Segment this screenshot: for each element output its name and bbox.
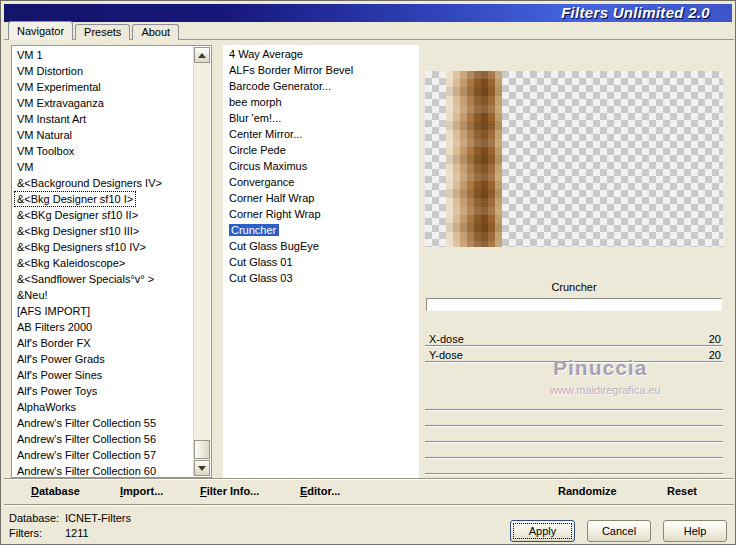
filter-item[interactable]: Cut Glass 03	[223, 270, 419, 286]
scrollbar-thumb[interactable]	[194, 440, 210, 459]
progress-bar	[426, 298, 722, 311]
selected-filter-name: Cruncher	[425, 281, 723, 293]
slider-groove	[425, 345, 723, 347]
randomize-button[interactable]: Randomize	[558, 485, 617, 497]
category-list[interactable]: VM 1VM DistortionVM ExperimentalVM Extra…	[11, 45, 212, 478]
filter-info-button[interactable]: Filter Info...	[200, 485, 259, 497]
preview-area	[425, 71, 723, 247]
titlebar: Filters Unlimited 2.0	[4, 4, 732, 22]
category-item[interactable]: &<Bkg Designer sf10 III>	[14, 223, 142, 239]
slider-groove	[425, 441, 723, 443]
filters-count-value: 1211	[65, 527, 89, 539]
category-item[interactable]: VM 1	[14, 47, 46, 63]
category-item[interactable]: VM Instant Art	[14, 111, 89, 127]
param-value: 20	[709, 349, 721, 361]
filters-unlimited-window: Filters Unlimited 2.0 NavigatorPresetsAb…	[0, 0, 736, 545]
preview-image-stripe	[446, 71, 502, 247]
filter-list[interactable]: 4 Way AverageALFs Border Mirror BevelBar…	[223, 45, 419, 478]
filter-item[interactable]: Barcode Generator...	[223, 78, 419, 94]
category-item[interactable]: &<Background Designers IV>	[14, 175, 165, 191]
category-item[interactable]: Andrew's Filter Collection 60	[14, 463, 159, 478]
category-item[interactable]: &<Bkg Designers sf10 IV>	[14, 239, 149, 255]
filter-item[interactable]: Corner Half Wrap	[223, 190, 419, 206]
category-item[interactable]: VM Extravaganza	[14, 95, 107, 111]
category-item[interactable]: Andrew's Filter Collection 56	[14, 431, 159, 447]
scroll-down-button[interactable]	[194, 460, 210, 476]
category-item[interactable]: VM Experimental	[14, 79, 104, 95]
database-status-label: Database:	[9, 512, 59, 524]
filter-item[interactable]: 4 Way Average	[223, 46, 419, 62]
tab[interactable]: Presets	[75, 24, 130, 40]
filter-item[interactable]: Circle Pede	[223, 142, 419, 158]
category-item[interactable]: AB Filters 2000	[14, 319, 95, 335]
category-item[interactable]: &<Bkg Designer sf10 I>	[14, 191, 136, 207]
filter-item[interactable]: Center Mirror...	[223, 126, 419, 142]
import-button[interactable]: Import...	[120, 485, 163, 497]
category-item[interactable]: Andrew's Filter Collection 57	[14, 447, 159, 463]
window-title: Filters Unlimited 2.0	[561, 4, 710, 22]
tab[interactable]: About	[132, 24, 179, 40]
param-label: Y-dose	[429, 349, 463, 361]
filter-item[interactable]: Circus Maximus	[223, 158, 419, 174]
scroll-up-icon	[198, 53, 206, 58]
category-item[interactable]: &Neu!	[14, 287, 51, 303]
reset-button[interactable]: Reset	[667, 485, 697, 497]
category-item[interactable]: Alf's Power Grads	[14, 351, 108, 367]
filter-item[interactable]: Convergance	[223, 174, 419, 190]
param-slider-row[interactable]: X-dose 20	[425, 332, 723, 348]
category-item[interactable]: Alf's Border FX	[14, 335, 94, 351]
category-item[interactable]: VM Distortion	[14, 63, 86, 79]
category-scrollbar[interactable]	[193, 47, 210, 476]
category-item[interactable]: VM Toolbox	[14, 143, 77, 159]
database-status-value: ICNET-Filters	[65, 512, 131, 524]
param-slider-row-empty[interactable]	[425, 444, 723, 460]
category-item[interactable]: Andrew's Filter Collection 55	[14, 415, 159, 431]
category-item[interactable]: AlphaWorks	[14, 399, 79, 415]
empty-parameter-rows	[425, 396, 723, 476]
category-item[interactable]: &<Bkg Kaleidoscope>	[14, 255, 128, 271]
category-item[interactable]: &<BKg Designer sf10 II>	[14, 207, 141, 223]
watermark-url: www.maidiregrafica.eu	[550, 384, 661, 396]
param-slider-row-empty[interactable]	[425, 428, 723, 444]
filter-item[interactable]: Cut Glass 01	[223, 254, 419, 270]
param-value: 20	[709, 333, 721, 345]
slider-groove	[425, 409, 723, 411]
category-item[interactable]: Alf's Power Toys	[14, 383, 100, 399]
watermark-name: Pinuccia	[553, 356, 647, 380]
filter-item[interactable]: Corner Right Wrap	[223, 206, 419, 222]
tab-bar: NavigatorPresetsAbout	[8, 21, 181, 40]
help-button[interactable]: Help	[663, 520, 727, 542]
database-button[interactable]: Database	[31, 485, 80, 497]
slider-groove	[425, 473, 723, 475]
filter-item[interactable]: Blur 'em!...	[223, 110, 419, 126]
filter-item[interactable]: ALFs Border Mirror Bevel	[223, 62, 419, 78]
apply-button[interactable]: Apply	[510, 520, 575, 542]
slider-groove	[425, 457, 723, 459]
category-item[interactable]: [AFS IMPORT]	[14, 303, 93, 319]
category-item[interactable]: VM	[14, 159, 37, 175]
param-slider-row-empty[interactable]	[425, 396, 723, 412]
filter-item[interactable]: Cut Glass BugEye	[223, 238, 419, 254]
filter-item[interactable]: Cruncher	[223, 222, 419, 238]
toolbar-divider	[4, 478, 734, 480]
category-item[interactable]: Alf's Power Sines	[14, 367, 105, 383]
filters-count-label: Filters:	[9, 527, 42, 539]
editor-button[interactable]: Editor...	[300, 485, 340, 497]
slider-groove	[425, 425, 723, 427]
category-item[interactable]: &<Sandflower Specials°v° >	[14, 271, 157, 287]
cancel-button[interactable]: Cancel	[587, 520, 651, 542]
status-divider	[4, 504, 734, 506]
tab[interactable]: Navigator	[8, 21, 73, 40]
filter-item[interactable]: bee morph	[223, 94, 419, 110]
param-label: X-dose	[429, 333, 464, 345]
param-slider-row-empty[interactable]	[425, 412, 723, 428]
scroll-down-icon	[198, 466, 206, 471]
scroll-up-button[interactable]	[194, 47, 210, 63]
category-item[interactable]: VM Natural	[14, 127, 75, 143]
param-slider-row-empty[interactable]	[425, 460, 723, 476]
